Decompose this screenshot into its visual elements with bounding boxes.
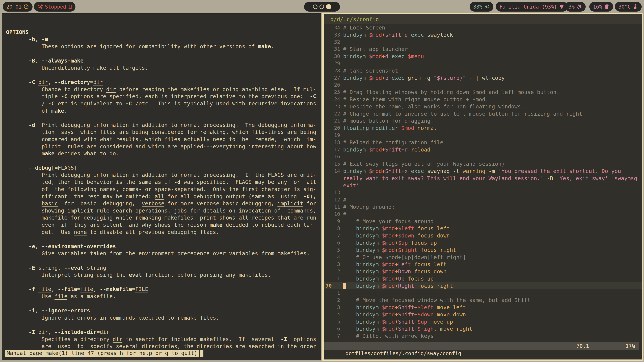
line-number: 4 <box>324 254 340 261</box>
man-line: tion says which files are being consider… <box>6 129 320 136</box>
cpu-icon <box>576 4 582 9</box>
editor-line[interactable]: 5 bindsym $mod+Shift+$up move up <box>324 318 642 326</box>
line-number: 6 <box>324 325 340 333</box>
editor-line[interactable]: really want to exit sway? This will end … <box>324 175 642 182</box>
editor-line[interactable]: 5 bindsym $mod+$right focus right <box>324 247 642 254</box>
pager-status-text: Manual page make(1) line 47 (press h for… <box>5 350 199 357</box>
line-number: 7 <box>324 232 340 239</box>
man-line: Specifies a directory dir to search for … <box>6 336 320 343</box>
editor-line[interactable]: 27bindsym $mod+p exec grim -g "$(slurp)"… <box>324 74 642 82</box>
man-line: basic for basic debugging, verbose for m… <box>6 200 320 207</box>
editor-line[interactable]: 20floating_modifier $mod normal <box>324 124 642 132</box>
man-line: Use file as a makefile. <box>6 293 320 300</box>
line-number: 13 <box>324 189 340 196</box>
editor-line[interactable]: 2 # Move the focused window with the sam… <box>324 297 642 304</box>
man-line: -B, --always-make <box>6 57 320 64</box>
editor-line[interactable]: 2 bindsym $mod+Down focus down <box>324 268 642 275</box>
editor-line[interactable]: 23# Despite the name, also works for non… <box>324 103 642 110</box>
editor-line-cursor[interactable]: 70 bindsym $mod+Right focus right <box>324 282 642 290</box>
temperature-widget[interactable]: 30°C <box>615 2 642 11</box>
editor-line[interactable]: 25# Drag floating windows by holding dow… <box>324 89 642 96</box>
network-widget[interactable]: Familia Unida (93%) <box>496 2 568 11</box>
man-line: -e, --environment-overrides <box>6 243 320 250</box>
man-line: These options are ignored for compatibil… <box>6 43 320 50</box>
man-line: get. Use none to disable all previous de… <box>6 229 320 236</box>
editor-line[interactable]: 26 <box>324 81 642 89</box>
editor-line[interactable]: 7 bindsym $mod+$down focus down <box>324 232 642 239</box>
man-line <box>6 321 320 329</box>
vim-editor[interactable]: d/d/.c/s/config 34# Lock Screen33bindsym… <box>324 14 642 360</box>
editor-line[interactable]: 19 <box>324 132 642 139</box>
man-line <box>6 236 320 243</box>
line-number: 27 <box>324 74 340 82</box>
editor-line[interactable]: 6 bindsym $mod+$up focus up <box>324 239 642 247</box>
man-line: OPTIONS <box>6 29 320 36</box>
editor-line[interactable]: 16 <box>324 153 642 160</box>
terminal-window-manpage[interactable]: OPTIONS -b, -m These options are ignored… <box>2 13 321 360</box>
man-line <box>6 157 320 164</box>
man-line: Change to directory dir before reading t… <box>6 86 320 93</box>
clock-widget[interactable]: 20:01 <box>3 2 32 11</box>
editor-line[interactable]: 24# Resize them with right mouse button … <box>324 96 642 103</box>
man-line: -d Print debugging information in additi… <box>6 121 320 129</box>
line-number: 18 <box>324 139 340 146</box>
editor-line[interactable]: 21# mouse button for dragging. <box>324 117 642 124</box>
line-number: 24 <box>324 96 340 103</box>
editor-line[interactable]: 22# Change normal to inverse to use left… <box>324 110 642 117</box>
media-widget[interactable]: Stopped ♫ <box>34 2 76 11</box>
clock-icon <box>24 4 29 9</box>
manpage-content: OPTIONS -b, -m These options are ignored… <box>2 14 320 360</box>
man-line: makefile for debugging while remaking ma… <box>6 214 320 221</box>
line-number: 9 <box>324 218 340 225</box>
workspace-dot-2[interactable] <box>320 4 324 9</box>
line-number: 1 <box>324 290 340 297</box>
editor-line[interactable]: 13 <box>324 189 642 196</box>
man-line: of make. <box>6 107 320 114</box>
editor-line[interactable]: 3 bindsym $mod+Shift+$left move left <box>324 304 642 311</box>
editor-line[interactable]: 4 # Or use $mod+[up|down|left|right] <box>324 254 642 261</box>
volume-widget[interactable]: 88% <box>470 2 494 11</box>
editor-line[interactable]: 9 # Move your focus around <box>324 218 642 225</box>
ram-icon <box>604 4 610 9</box>
man-line <box>6 50 320 57</box>
editor-line[interactable]: 28# take screenshot <box>324 67 642 74</box>
editor-line[interactable]: 31# Start app launcher <box>324 45 642 53</box>
editor-line[interactable]: 32 <box>324 38 642 46</box>
line-number: 28 <box>324 67 340 74</box>
editor-line[interactable]: 1 bindsym $mod+Up focus up <box>324 275 642 282</box>
editor-line[interactable]: 15# Exit sway (logs you out of your Wayl… <box>324 160 642 168</box>
editor-line[interactable]: 33bindsym $mod+shift+q exec swaylock -f <box>324 31 642 38</box>
editor-line[interactable]: 6 bindsym $mod+Shift+$right move right <box>324 325 642 333</box>
man-line: Unconditionally make all targets. <box>6 64 320 71</box>
editor-line[interactable]: 30bindsym $mod+d exec $menu <box>324 53 642 60</box>
workspace-dot-1[interactable] <box>313 4 318 9</box>
memory-usage: 16% <box>593 4 602 10</box>
editor-line[interactable]: 4 bindsym $mod+Shift+$down move down <box>324 311 642 318</box>
editor-line[interactable]: 1 <box>324 290 642 297</box>
workspace-dot-3-active[interactable] <box>326 4 331 9</box>
editor-line[interactable]: 12# <box>324 196 642 203</box>
editor-line[interactable]: 10# <box>324 211 642 218</box>
line-number: 4 <box>324 311 340 318</box>
editor-line[interactable]: 14bindsym $mod+Shift+x exec swaynag -t w… <box>324 168 642 175</box>
memory-widget[interactable]: 16% <box>589 2 613 11</box>
editor-line[interactable]: 18# Reload the configuration file <box>324 139 642 146</box>
line-number: 21 <box>324 117 340 124</box>
editor-line[interactable]: 29 <box>324 60 642 67</box>
man-line <box>6 71 320 79</box>
editor-line[interactable]: 7 # Ditto, with arrow keys <box>324 333 642 340</box>
line-number: 15 <box>324 160 340 168</box>
editor-line[interactable]: 8 bindsym $mod+$left focus left <box>324 225 642 232</box>
line-number: 8 <box>324 225 340 232</box>
editor-line[interactable]: 3 bindsym $mod+Left focus left <box>324 261 642 268</box>
editor-line[interactable]: 17bindsym $mod+Shift+r reload <box>324 146 642 153</box>
editor-line[interactable]: exit' <box>324 182 642 189</box>
network-label: Familia Unida (93%) <box>500 4 557 10</box>
cpu-widget[interactable]: 3% <box>565 2 586 11</box>
statusline-cursor-position: 70,1 <box>576 342 589 350</box>
man-line: nificant: the rest may be omitted: all f… <box>6 193 320 200</box>
editor-line[interactable]: 11# Moving around: <box>324 203 642 211</box>
editor-buffer[interactable]: 34# Lock Screen33bindsym $mod+shift+q ex… <box>324 24 642 340</box>
media-status-label: Stopped <box>45 4 66 10</box>
editor-line[interactable]: 34# Lock Screen <box>324 24 642 31</box>
